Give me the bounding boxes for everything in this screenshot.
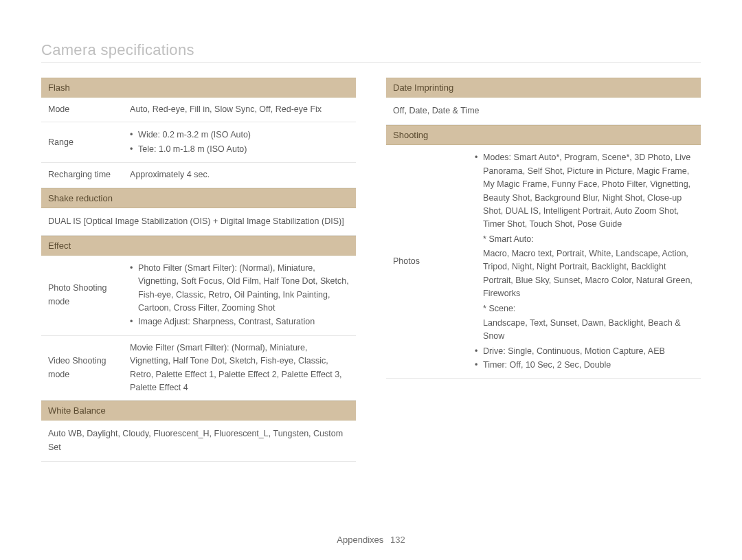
title-rule — [41, 62, 701, 63]
effect-photo-filter: Photo Filter (Smart Filter): (Normal), M… — [130, 262, 349, 315]
flash-range-value: Wide: 0.2 m-3.2 m (ISO Auto) Tele: 1.0 m… — [123, 122, 356, 163]
shake-value: DUAL IS [Optical Image Stabilization (OI… — [41, 208, 356, 236]
footer-section: Appendixes — [337, 535, 383, 545]
flash-range-tele: Tele: 1.0 m-1.8 m (ISO Auto) — [130, 143, 349, 156]
date-imprinting-value: Off, Date, Date & Time — [386, 98, 701, 125]
section-header-shake: Shake reduction — [41, 188, 356, 208]
effect-video-label: Video Shooting mode — [41, 335, 123, 401]
section-header-date-imprinting: Date Imprinting — [386, 78, 701, 98]
shake-table: DUAL IS [Optical Image Stabilization (OI… — [41, 208, 356, 236]
shooting-timer: Timer: Off, 10 Sec, 2 Sec, Double — [475, 359, 694, 372]
flash-table: Mode Auto, Red-eye, Fill in, Slow Sync, … — [41, 98, 356, 188]
shooting-scene-value: Landscape, Text, Sunset, Dawn, Backlight… — [475, 317, 694, 344]
effect-photo-adjust: Image Adjust: Sharpness, Contrast, Satur… — [130, 315, 349, 328]
flash-recharge-value: Approximately 4 sec. — [123, 163, 356, 188]
section-header-shooting: Shooting — [386, 125, 701, 145]
section-header-whitebalance: White Balance — [41, 401, 356, 421]
flash-mode-value: Auto, Red-eye, Fill in, Slow Sync, Off, … — [123, 98, 356, 122]
shooting-photos-value: Modes: Smart Auto*, Program, Scene*, 3D … — [468, 145, 701, 379]
content-columns: Flash Mode Auto, Red-eye, Fill in, Slow … — [41, 78, 701, 462]
shooting-modes: Modes: Smart Auto*, Program, Scene*, 3D … — [475, 151, 694, 231]
page-footer: Appendixes 132 — [0, 535, 742, 545]
flash-range-label: Range — [41, 122, 123, 163]
effect-video-value: Movie Filter (Smart Filter): (Normal), M… — [123, 335, 356, 401]
whitebalance-table: Auto WB, Daylight, Cloudy, Fluorescent_H… — [41, 421, 356, 462]
section-header-effect: Effect — [41, 236, 356, 256]
effect-photo-label: Photo Shooting mode — [41, 256, 123, 335]
page-title: Camera specifications — [41, 41, 701, 59]
footer-page-number: 132 — [390, 535, 405, 545]
shooting-drive: Drive: Single, Continuous, Motion Captur… — [475, 345, 694, 358]
whitebalance-value: Auto WB, Daylight, Cloudy, Fluorescent_H… — [41, 421, 356, 461]
left-column: Flash Mode Auto, Red-eye, Fill in, Slow … — [41, 78, 356, 462]
shooting-smart-auto-value: Macro, Macro text, Portrait, White, Land… — [475, 247, 694, 301]
date-imprinting-table: Off, Date, Date & Time — [386, 98, 701, 125]
flash-mode-label: Mode — [41, 98, 123, 122]
section-header-flash: Flash — [41, 78, 356, 98]
right-column: Date Imprinting Off, Date, Date & Time S… — [386, 78, 701, 462]
effect-table: Photo Shooting mode Photo Filter (Smart … — [41, 256, 356, 401]
flash-range-wide: Wide: 0.2 m-3.2 m (ISO Auto) — [130, 128, 349, 142]
shooting-smart-auto-label: * Smart Auto: — [475, 233, 694, 246]
shooting-photos-label: Photos — [386, 145, 468, 379]
effect-photo-value: Photo Filter (Smart Filter): (Normal), M… — [123, 256, 356, 335]
shooting-scene-label: * Scene: — [475, 302, 694, 315]
flash-recharge-label: Recharging time — [41, 163, 123, 188]
shooting-table: Photos Modes: Smart Auto*, Program, Scen… — [386, 145, 701, 379]
